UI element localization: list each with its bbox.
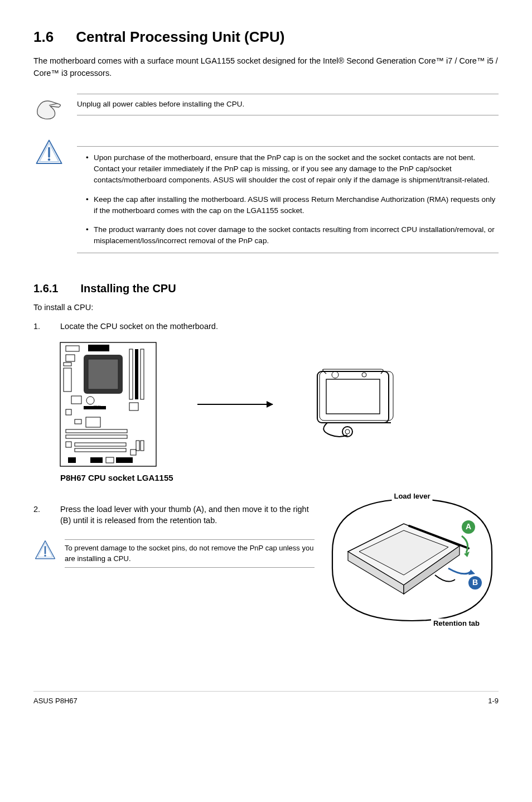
svg-point-45 (44, 555, 46, 557)
subsection-title: Installing the CPU (80, 281, 176, 296)
step-text: Locate the CPU socket on the motherboard… (60, 321, 218, 332)
svg-rect-20 (66, 409, 71, 415)
step-number: 2. (33, 504, 45, 526)
section-heading: 1.6 Central Processing Unit (CPU) (33, 27, 499, 47)
caution-icon (33, 539, 57, 562)
badge-a: A (462, 520, 475, 534)
badge-b: B (468, 576, 482, 590)
subsection-heading: 1.6.1 Installing the CPU (33, 281, 499, 296)
svg-point-3 (48, 158, 50, 161)
load-lever-callout: Load lever Retention tab A B (326, 496, 499, 624)
caution-list: Upon purchase of the motherboard, ensure… (77, 146, 499, 253)
svg-rect-36 (326, 379, 380, 414)
svg-rect-34 (116, 457, 133, 463)
figure-caption: P8H67 CPU socket LGA1155 (60, 472, 499, 484)
step-2: 2. Press the load lever with your thumb … (33, 504, 315, 526)
step-1: 1. Locate the CPU socket on the motherbo… (33, 321, 499, 332)
svg-rect-16 (71, 396, 81, 404)
step-text: Press the load lever with your thumb (A)… (60, 504, 315, 526)
svg-rect-28 (136, 441, 139, 451)
caution-item: Keep the cap after installing the mother… (86, 194, 499, 217)
svg-rect-30 (130, 450, 136, 455)
footer-left: ASUS P8H67 (33, 696, 78, 706)
svg-rect-14 (141, 349, 144, 399)
arrow-icon (197, 404, 273, 405)
hand-icon (33, 94, 65, 123)
svg-rect-13 (135, 349, 138, 399)
svg-point-15 (86, 397, 94, 404)
svg-rect-8 (64, 363, 71, 366)
retention-tab-label: Retention tab (431, 619, 482, 629)
svg-rect-29 (141, 441, 144, 451)
footer-right: 1-9 (488, 696, 499, 706)
svg-rect-23 (66, 429, 127, 433)
tip-text: Unplug all power cables before installin… (77, 94, 499, 115)
svg-point-40 (345, 429, 350, 434)
svg-rect-5 (66, 346, 79, 351)
svg-rect-27 (75, 448, 126, 452)
svg-rect-12 (129, 349, 133, 399)
caution-item: Upon purchase of the motherboard, ensure… (86, 152, 499, 186)
svg-rect-24 (66, 435, 127, 438)
caution-icon (33, 138, 65, 167)
page-footer: ASUS P8H67 1-9 (33, 691, 499, 706)
svg-point-37 (332, 371, 338, 378)
load-lever-diagram-icon (337, 513, 482, 607)
caution-item: The product warranty does not cover dama… (86, 224, 499, 247)
svg-rect-21 (86, 417, 100, 427)
caution-note: Upon purchase of the motherboard, ensure… (33, 138, 499, 260)
svg-rect-32 (90, 457, 103, 463)
load-lever-label: Load lever (391, 491, 432, 501)
subsection-number: 1.6.1 (33, 281, 58, 296)
svg-rect-31 (68, 457, 76, 463)
section-title: Central Processing Unit (CPU) (76, 27, 284, 47)
inline-caution-text: To prevent damage to the socket pins, do… (65, 539, 315, 567)
svg-rect-7 (66, 355, 75, 361)
svg-rect-22 (75, 419, 81, 424)
figure-socket: P8H67 (58, 340, 499, 484)
section-number: 1.6 (33, 27, 54, 47)
svg-rect-11 (88, 359, 118, 389)
svg-rect-25 (66, 442, 71, 447)
step-number: 1. (33, 321, 45, 332)
install-intro: To install a CPU: (33, 302, 499, 313)
svg-point-38 (362, 373, 366, 377)
svg-rect-19 (129, 403, 138, 410)
inline-caution: To prevent damage to the socket pins, do… (33, 539, 315, 567)
tip-note: Unplug all power cables before installin… (33, 94, 499, 123)
motherboard-diagram-icon: P8H67 (58, 340, 158, 468)
svg-rect-26 (75, 443, 126, 446)
intro-paragraph: The motherboard comes with a surface mou… (33, 55, 499, 80)
svg-rect-9 (64, 368, 71, 392)
socket-zoom-icon (312, 368, 401, 441)
svg-rect-18 (84, 406, 106, 409)
svg-rect-6 (88, 345, 109, 351)
svg-rect-33 (106, 457, 114, 463)
